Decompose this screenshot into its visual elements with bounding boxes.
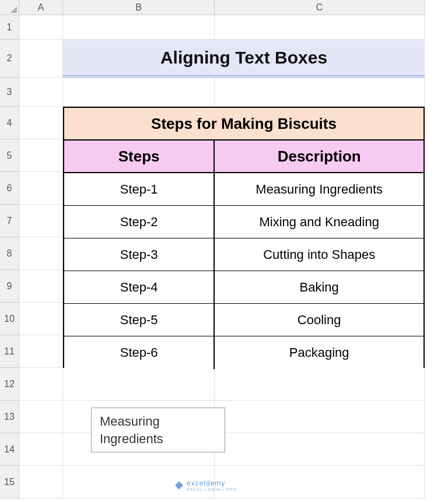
table-row: Step-3Cutting into Shapes bbox=[64, 238, 424, 271]
row-header-13[interactable]: 13 bbox=[0, 401, 19, 433]
table-cell-description[interactable]: Mixing and Kneading bbox=[215, 206, 424, 238]
row-header-15[interactable]: 15 bbox=[0, 466, 19, 499]
cell-A10[interactable] bbox=[19, 303, 63, 335]
select-all-button[interactable] bbox=[0, 0, 19, 15]
table-cell-step[interactable]: Step-2 bbox=[64, 206, 215, 238]
cell-C3[interactable] bbox=[215, 78, 425, 107]
row-header-12[interactable]: 12 bbox=[0, 368, 19, 401]
table-header-description[interactable]: Description bbox=[215, 141, 424, 173]
watermark-brand: exceldemy bbox=[187, 479, 237, 487]
textbox-shape[interactable]: MeasuringIngredients bbox=[91, 408, 225, 452]
row-header-6[interactable]: 6 bbox=[0, 172, 19, 205]
cell-A12[interactable] bbox=[19, 368, 63, 401]
table-cell-step[interactable]: Step-5 bbox=[64, 304, 215, 336]
table-cell-step[interactable]: Step-6 bbox=[64, 336, 215, 369]
row-header-4[interactable]: 4 bbox=[0, 107, 19, 139]
cell-A9[interactable] bbox=[19, 270, 63, 303]
table-row: Step-6Packaging bbox=[64, 336, 424, 369]
column-headers: ABC bbox=[19, 0, 425, 15]
cell-A14[interactable] bbox=[19, 433, 63, 466]
page-title[interactable]: Aligning Text Boxes bbox=[63, 40, 425, 78]
cell-A5[interactable] bbox=[19, 139, 63, 172]
cell-A11[interactable] bbox=[19, 335, 63, 368]
row-header-10[interactable]: 10 bbox=[0, 303, 19, 335]
table-header-steps[interactable]: Steps bbox=[64, 141, 215, 173]
cell-A1[interactable] bbox=[19, 15, 63, 40]
table-row: Step-1Measuring Ingredients bbox=[64, 173, 424, 206]
table-title[interactable]: Steps for Making Biscuits bbox=[64, 108, 424, 141]
cell-C12[interactable] bbox=[215, 368, 425, 401]
table-row: Step-4Baking bbox=[64, 271, 424, 304]
row-header-8[interactable]: 8 bbox=[0, 237, 19, 270]
cell-A7[interactable] bbox=[19, 205, 63, 237]
column-header-A[interactable]: A bbox=[19, 0, 63, 15]
row-header-14[interactable]: 14 bbox=[0, 433, 19, 466]
row-header-2[interactable]: 2 bbox=[0, 40, 19, 78]
watermark-tagline: EXCEL • DATA • PRO bbox=[187, 487, 237, 492]
cell-A6[interactable] bbox=[19, 172, 63, 205]
cell-A8[interactable] bbox=[19, 237, 63, 270]
row-headers: 123456789101112131415 bbox=[0, 15, 19, 499]
cell-A2[interactable] bbox=[19, 40, 63, 78]
textbox-line1: Measuring bbox=[100, 413, 216, 430]
row-header-1[interactable]: 1 bbox=[0, 15, 19, 40]
table-row: Step-5Cooling bbox=[64, 304, 424, 336]
cell-C14[interactable] bbox=[215, 433, 425, 466]
table-cell-description[interactable]: Measuring Ingredients bbox=[215, 173, 424, 206]
cell-C13[interactable] bbox=[215, 401, 425, 433]
table-cell-description[interactable]: Baking bbox=[215, 271, 424, 304]
data-table: Steps for Making BiscuitsStepsDescriptio… bbox=[63, 107, 425, 368]
row-header-11[interactable]: 11 bbox=[0, 335, 19, 368]
cell-B12[interactable] bbox=[63, 368, 215, 401]
textbox-line2: Ingredients bbox=[100, 430, 216, 448]
cell-A13[interactable] bbox=[19, 401, 63, 433]
cell-C15[interactable] bbox=[215, 466, 425, 499]
table-cell-step[interactable]: Step-1 bbox=[64, 173, 215, 206]
cell-B1[interactable] bbox=[63, 15, 215, 40]
table-cell-description[interactable]: Packaging bbox=[215, 336, 424, 369]
cell-A15[interactable] bbox=[19, 466, 63, 499]
table-cell-step[interactable]: Step-4 bbox=[64, 271, 215, 304]
table-cell-description[interactable]: Cutting into Shapes bbox=[215, 238, 424, 271]
table-cell-step[interactable]: Step-3 bbox=[64, 238, 215, 271]
watermark: exceldemy EXCEL • DATA • PRO bbox=[175, 479, 237, 492]
row-header-9[interactable]: 9 bbox=[0, 270, 19, 303]
cell-C1[interactable] bbox=[215, 15, 425, 40]
table-row: Step-2Mixing and Kneading bbox=[64, 206, 424, 238]
column-header-C[interactable]: C bbox=[215, 0, 425, 15]
row-header-7[interactable]: 7 bbox=[0, 205, 19, 237]
cell-A3[interactable] bbox=[19, 78, 63, 107]
row-header-3[interactable]: 3 bbox=[0, 78, 19, 107]
table-header-row: StepsDescription bbox=[64, 141, 424, 173]
watermark-logo-icon bbox=[175, 482, 183, 490]
cell-B3[interactable] bbox=[63, 78, 215, 107]
table-cell-description[interactable]: Cooling bbox=[215, 304, 424, 336]
cell-A4[interactable] bbox=[19, 107, 63, 139]
column-header-B[interactable]: B bbox=[63, 0, 215, 15]
row-header-5[interactable]: 5 bbox=[0, 139, 19, 172]
